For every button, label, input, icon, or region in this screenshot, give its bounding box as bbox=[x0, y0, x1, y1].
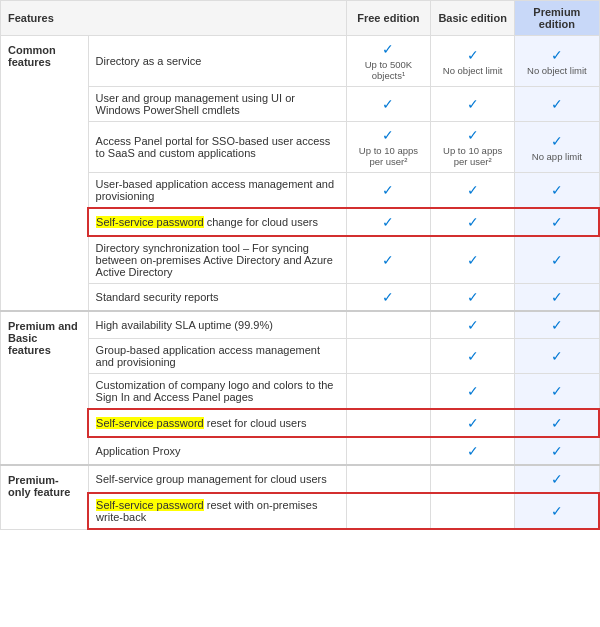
premium-check-cell: ✓ bbox=[515, 437, 599, 465]
feature-description: User-based application access management… bbox=[88, 173, 346, 209]
table-row: Self-service password change for cloud u… bbox=[1, 208, 600, 236]
checkmark-icon: ✓ bbox=[467, 415, 479, 431]
basic-label: Basic edition bbox=[438, 12, 506, 24]
category-cell: Premium-only feature bbox=[1, 465, 89, 529]
free-check-cell bbox=[346, 374, 430, 410]
feature-description: High availability SLA uptime (99.9%) bbox=[88, 311, 346, 339]
checkmark-icon: ✓ bbox=[551, 348, 563, 364]
basic-check-cell: ✓Up to 10 apps per user² bbox=[431, 122, 515, 173]
checkmark-icon: ✓ bbox=[467, 96, 479, 112]
free-check-cell bbox=[346, 437, 430, 465]
checkmark-icon: ✓ bbox=[382, 41, 394, 57]
checkmark-icon: ✓ bbox=[382, 96, 394, 112]
basic-check-cell: ✓ bbox=[431, 437, 515, 465]
premium-check-cell: ✓ bbox=[515, 311, 599, 339]
checkmark-icon: ✓ bbox=[551, 503, 563, 519]
feature-description: Self-service password change for cloud u… bbox=[88, 208, 346, 236]
table-row: Common featuresDirectory as a service✓Up… bbox=[1, 36, 600, 87]
checkmark-icon: ✓ bbox=[551, 471, 563, 487]
basic-check-cell: ✓ bbox=[431, 87, 515, 122]
checkmark-icon: ✓ bbox=[382, 182, 394, 198]
feature-description: Self-service group management for cloud … bbox=[88, 465, 346, 493]
feature-description: Self-service password reset with on-prem… bbox=[88, 493, 346, 529]
premium-check-cell: ✓ bbox=[515, 236, 599, 284]
premium-check-cell: ✓No app limit bbox=[515, 122, 599, 173]
premium-check-cell: ✓ bbox=[515, 173, 599, 209]
checkmark-icon: ✓ bbox=[551, 47, 563, 63]
basic-check-cell: ✓ bbox=[431, 236, 515, 284]
table-row: Directory synchronization tool – For syn… bbox=[1, 236, 600, 284]
basic-edition-header: Basic edition bbox=[431, 1, 515, 36]
table-row: Self-service password reset for cloud us… bbox=[1, 409, 600, 437]
checkmark-icon: ✓ bbox=[551, 252, 563, 268]
free-label: Free edition bbox=[357, 12, 419, 24]
feature-description: Access Panel portal for SSO-based user a… bbox=[88, 122, 346, 173]
table-row: Group-based application access managemen… bbox=[1, 339, 600, 374]
check-note: No app limit bbox=[522, 151, 591, 162]
feature-description: User and group management using UI or Wi… bbox=[88, 87, 346, 122]
free-edition-header: Free edition bbox=[346, 1, 430, 36]
basic-check-cell: ✓No object limit bbox=[431, 36, 515, 87]
checkmark-icon: ✓ bbox=[551, 96, 563, 112]
feature-description: Self-service password reset for cloud us… bbox=[88, 409, 346, 437]
desc-rest-text: change for cloud users bbox=[204, 216, 318, 228]
checkmark-icon: ✓ bbox=[551, 289, 563, 305]
basic-check-cell: ✓ bbox=[431, 208, 515, 236]
checkmark-icon: ✓ bbox=[467, 443, 479, 459]
checkmark-icon: ✓ bbox=[551, 317, 563, 333]
features-label: Features bbox=[8, 12, 54, 24]
free-check-cell: ✓ bbox=[346, 208, 430, 236]
basic-check-cell: ✓ bbox=[431, 311, 515, 339]
table-row: Access Panel portal for SSO-based user a… bbox=[1, 122, 600, 173]
basic-check-cell: ✓ bbox=[431, 409, 515, 437]
checkmark-icon: ✓ bbox=[382, 214, 394, 230]
free-check-cell bbox=[346, 409, 430, 437]
basic-check-cell: ✓ bbox=[431, 339, 515, 374]
checkmark-icon: ✓ bbox=[467, 289, 479, 305]
free-check-cell: ✓ bbox=[346, 87, 430, 122]
checkmark-icon: ✓ bbox=[551, 214, 563, 230]
checkmark-icon: ✓ bbox=[467, 348, 479, 364]
checkmark-icon: ✓ bbox=[467, 127, 479, 143]
check-note: Up to 10 apps per user² bbox=[438, 145, 507, 167]
desc-rest-text: reset for cloud users bbox=[204, 417, 307, 429]
checkmark-icon: ✓ bbox=[551, 415, 563, 431]
table-row: User and group management using UI or Wi… bbox=[1, 87, 600, 122]
free-check-cell: ✓Up to 500K objects¹ bbox=[346, 36, 430, 87]
checkmark-icon: ✓ bbox=[467, 182, 479, 198]
premium-check-cell: ✓ bbox=[515, 208, 599, 236]
checkmark-icon: ✓ bbox=[551, 133, 563, 149]
free-check-cell: ✓ bbox=[346, 236, 430, 284]
checkmark-icon: ✓ bbox=[467, 317, 479, 333]
features-column-header: Features bbox=[1, 1, 347, 36]
basic-check-cell: ✓ bbox=[431, 284, 515, 312]
checkmark-icon: ✓ bbox=[551, 443, 563, 459]
free-check-cell: ✓Up to 10 apps per user² bbox=[346, 122, 430, 173]
basic-check-cell: ✓ bbox=[431, 173, 515, 209]
check-note: Up to 500K objects¹ bbox=[354, 59, 423, 81]
premium-check-cell: ✓ bbox=[515, 465, 599, 493]
category-cell: Premium and Basic features bbox=[1, 311, 89, 465]
premium-check-cell: ✓ bbox=[515, 409, 599, 437]
check-note: No object limit bbox=[522, 65, 591, 76]
premium-check-cell: ✓ bbox=[515, 374, 599, 410]
basic-check-cell bbox=[431, 465, 515, 493]
feature-description: Directory synchronization tool – For syn… bbox=[88, 236, 346, 284]
free-check-cell bbox=[346, 311, 430, 339]
free-check-cell: ✓ bbox=[346, 284, 430, 312]
feature-description: Application Proxy bbox=[88, 437, 346, 465]
checkmark-icon: ✓ bbox=[467, 214, 479, 230]
feature-description: Customization of company logo and colors… bbox=[88, 374, 346, 410]
category-cell: Common features bbox=[1, 36, 89, 312]
check-note: Up to 10 apps per user² bbox=[354, 145, 423, 167]
checkmark-icon: ✓ bbox=[551, 182, 563, 198]
highlight-text: Self-service password bbox=[96, 417, 204, 429]
comparison-table: Features Free edition Basic edition Prem… bbox=[0, 0, 600, 530]
checkmark-icon: ✓ bbox=[467, 383, 479, 399]
table-row: Premium and Basic featuresHigh availabil… bbox=[1, 311, 600, 339]
premium-check-cell: ✓ bbox=[515, 493, 599, 529]
table-row: Customization of company logo and colors… bbox=[1, 374, 600, 410]
premium-check-cell: ✓ bbox=[515, 284, 599, 312]
basic-check-cell bbox=[431, 493, 515, 529]
premium-check-cell: ✓No object limit bbox=[515, 36, 599, 87]
